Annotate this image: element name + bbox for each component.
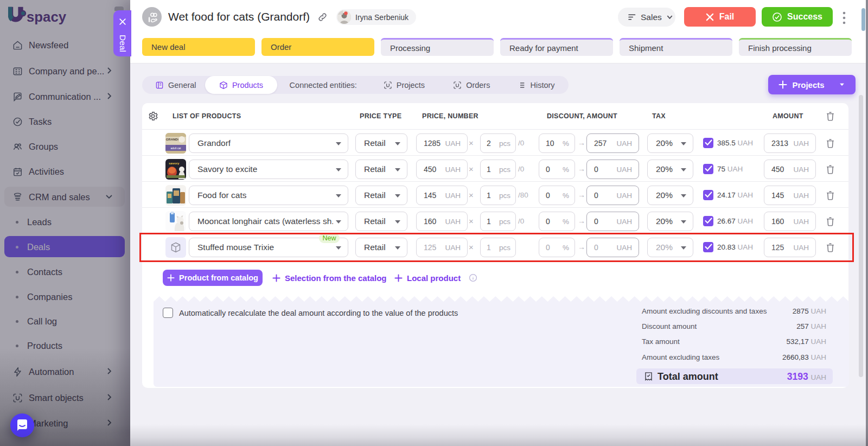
svg-text:savory: savory (169, 162, 180, 165)
svg-text:adult cat: adult cat (171, 146, 182, 150)
